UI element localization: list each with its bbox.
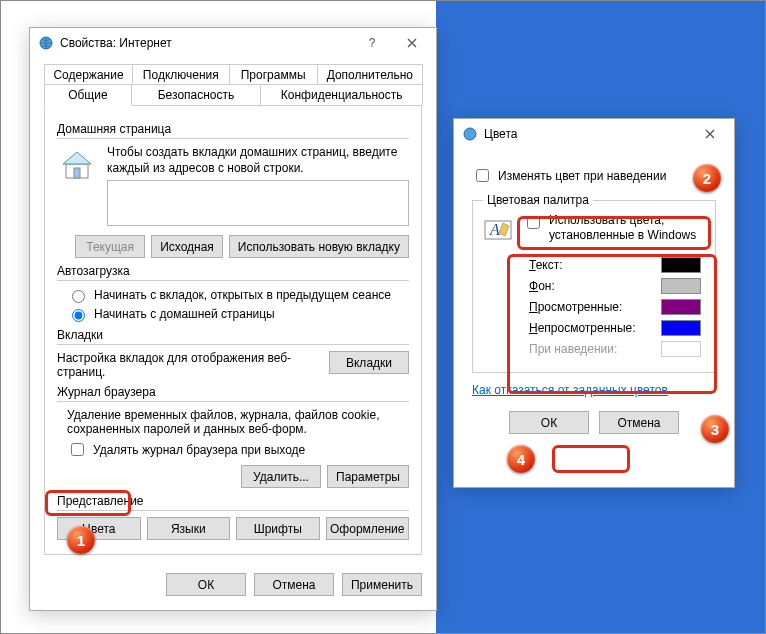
hover-color-button bbox=[661, 341, 701, 357]
colors-ok-button[interactable]: ОК bbox=[509, 411, 589, 434]
colors-titlebar: Цвета bbox=[454, 119, 734, 149]
window-title: Свойства: Интернет bbox=[60, 36, 172, 50]
history-settings-button[interactable]: Параметры bbox=[327, 465, 409, 488]
text-color-button[interactable] bbox=[661, 257, 701, 273]
startup-last-radio[interactable] bbox=[72, 290, 85, 303]
svg-rect-3 bbox=[74, 168, 80, 178]
use-windows-colors-label: Использовать цвета, установленные в Wind… bbox=[549, 213, 705, 243]
hover-color-row-label: При наведении: bbox=[529, 342, 617, 356]
accessibility-button[interactable]: Оформление bbox=[326, 517, 410, 540]
tab-general[interactable]: Общие bbox=[44, 84, 132, 106]
tabs-settings-button[interactable]: Вкладки bbox=[329, 351, 409, 374]
history-legend: Журнал браузера bbox=[57, 385, 409, 399]
svg-point-4 bbox=[464, 128, 476, 140]
startup-home-label: Начинать с домашней страницы bbox=[94, 307, 275, 321]
learn-more-link[interactable]: Как отказаться от заданных цветов bbox=[472, 383, 668, 397]
svg-marker-2 bbox=[63, 152, 91, 164]
use-windows-colors-checkbox[interactable] bbox=[527, 216, 540, 229]
close-button[interactable] bbox=[392, 29, 432, 57]
tab-advanced[interactable]: Дополнительно bbox=[317, 64, 423, 85]
colors-close-button[interactable] bbox=[690, 120, 730, 148]
colors-button[interactable]: Цвета bbox=[57, 517, 141, 540]
homepage-textarea[interactable] bbox=[107, 180, 409, 226]
startup-legend: Автозагрузка bbox=[57, 264, 409, 278]
homepage-hint: Чтобы создать вкладки домашних страниц, … bbox=[107, 145, 409, 176]
ok-button[interactable]: ОК bbox=[166, 573, 246, 596]
internet-options-icon bbox=[462, 126, 478, 142]
tab-row-back: Содержание Подключения Программы Дополни… bbox=[30, 64, 436, 85]
startup-home-radio[interactable] bbox=[72, 309, 85, 322]
tab-connections[interactable]: Подключения bbox=[132, 64, 230, 85]
visited-color-button[interactable] bbox=[661, 299, 701, 315]
homepage-newtab-button[interactable]: Использовать новую вкладку bbox=[229, 235, 409, 258]
tabs-desc: Настройка вкладок для отображения веб-ст… bbox=[57, 351, 319, 379]
svg-text:A: A bbox=[489, 221, 500, 238]
colors-cancel-button[interactable]: Отмена bbox=[599, 411, 679, 434]
apply-button[interactable]: Применить bbox=[342, 573, 422, 596]
unvisited-color-button[interactable] bbox=[661, 320, 701, 336]
hover-color-checkbox[interactable] bbox=[476, 169, 489, 182]
visited-color-label: Просмотренные: bbox=[529, 300, 622, 314]
tab-panel-general: Домашняя страница Чтобы создать вкладки … bbox=[44, 105, 422, 555]
hover-color-label: Изменять цвет при наведении bbox=[498, 169, 666, 183]
history-delete-on-exit-checkbox[interactable] bbox=[71, 443, 84, 456]
unvisited-color-label: Непросмотренные: bbox=[529, 321, 636, 335]
languages-button[interactable]: Языки bbox=[147, 517, 231, 540]
homepage-current-button[interactable]: Текущая bbox=[75, 235, 145, 258]
palette-legend: Цветовая палитра bbox=[483, 193, 593, 207]
tab-privacy[interactable]: Конфиденциальность bbox=[260, 84, 423, 105]
history-delete-button[interactable]: Удалить... bbox=[241, 465, 321, 488]
bg-color-label: Фон: bbox=[529, 279, 555, 293]
help-button[interactable]: ? bbox=[352, 29, 392, 57]
tabs-legend: Вкладки bbox=[57, 328, 409, 342]
tab-programs[interactable]: Программы bbox=[229, 64, 318, 85]
colors-dialog: Цвета Изменять цвет при наведении Цветов… bbox=[453, 118, 735, 488]
bg-color-button[interactable] bbox=[661, 278, 701, 294]
tab-row-front: Общие Безопасность Конфиденциальность bbox=[30, 84, 436, 105]
palette-icon: A bbox=[483, 213, 513, 247]
startup-last-label: Начинать с вкладок, открытых в предыдуще… bbox=[94, 288, 391, 302]
internet-properties-window: Свойства: Интернет ? Содержание Подключе… bbox=[29, 27, 437, 611]
homepage-legend: Домашняя страница bbox=[57, 122, 409, 136]
dialog-footer: ОК Отмена Применить bbox=[30, 565, 436, 610]
tab-security[interactable]: Безопасность bbox=[131, 84, 262, 105]
tab-content[interactable]: Содержание bbox=[44, 64, 133, 85]
home-icon bbox=[57, 145, 97, 185]
internet-options-icon bbox=[38, 35, 54, 51]
colors-window-title: Цвета bbox=[484, 127, 517, 141]
fonts-button[interactable]: Шрифты bbox=[236, 517, 320, 540]
cancel-button[interactable]: Отмена bbox=[254, 573, 334, 596]
titlebar: Свойства: Интернет ? bbox=[30, 28, 436, 58]
history-desc: Удаление временных файлов, журнала, файл… bbox=[67, 408, 409, 436]
history-delete-on-exit-label: Удалять журнал браузера при выходе bbox=[93, 443, 305, 457]
text-color-label: Текст: bbox=[529, 258, 563, 272]
homepage-default-button[interactable]: Исходная bbox=[151, 235, 223, 258]
appearance-legend: Представление bbox=[57, 494, 409, 508]
